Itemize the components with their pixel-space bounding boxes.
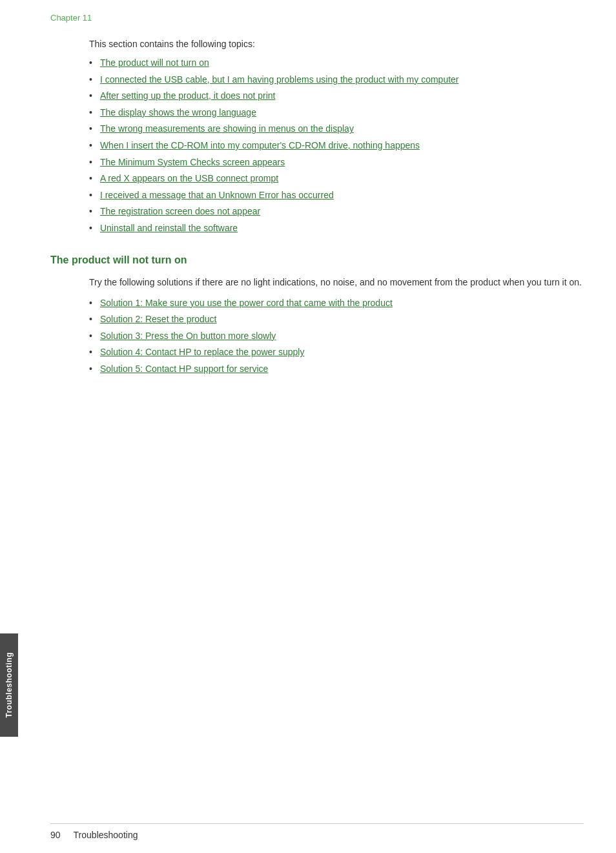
solution-list-item: Solution 2: Reset the product bbox=[89, 313, 584, 326]
solution-link[interactable]: Solution 5: Contact HP support for servi… bbox=[100, 363, 268, 376]
toc-list-item: After setting up the product, it does no… bbox=[89, 90, 584, 103]
solutions-list: Solution 1: Make sure you use the power … bbox=[89, 297, 584, 376]
footer-chapter-title: Troubleshooting bbox=[74, 830, 138, 840]
toc-link[interactable]: When I insert the CD-ROM into my compute… bbox=[100, 139, 420, 152]
section-product-wont-turn-on: The product will not turn on Try the fol… bbox=[50, 254, 584, 376]
toc-link[interactable]: The product will not turn on bbox=[100, 57, 209, 70]
toc-list-item: The Minimum System Checks screen appears bbox=[89, 156, 584, 169]
page-number: 90 bbox=[50, 830, 61, 840]
solution-list-item: Solution 5: Contact HP support for servi… bbox=[89, 363, 584, 376]
solution-link[interactable]: Solution 2: Reset the product bbox=[100, 313, 217, 326]
solution-list-item: Solution 4: Contact HP to replace the po… bbox=[89, 346, 584, 359]
main-content: Chapter 11 This section contains the fol… bbox=[18, 0, 616, 853]
toc-list-item: The wrong measurements are showing in me… bbox=[89, 123, 584, 136]
toc-list-item: I received a message that an Unknown Err… bbox=[89, 189, 584, 202]
toc-link[interactable]: A red X appears on the USB connect promp… bbox=[100, 172, 278, 185]
toc-list-item: I connected the USB cable, but I am havi… bbox=[89, 74, 584, 87]
footer-divider bbox=[50, 823, 584, 824]
intro-text: This section contains the following topi… bbox=[89, 39, 584, 49]
solution-link[interactable]: Solution 4: Contact HP to replace the po… bbox=[100, 346, 304, 359]
toc-link[interactable]: Uninstall and reinstall the software bbox=[100, 222, 238, 235]
toc-link[interactable]: The wrong measurements are showing in me… bbox=[100, 123, 354, 136]
toc-link[interactable]: The registration screen does not appear bbox=[100, 205, 260, 218]
section-desc-product-wont-turn-on: Try the following solutions if there are… bbox=[89, 276, 584, 289]
solution-link[interactable]: Solution 1: Make sure you use the power … bbox=[100, 297, 393, 310]
chapter-header: Chapter 11 bbox=[50, 13, 584, 23]
toc-link[interactable]: I received a message that an Unknown Err… bbox=[100, 189, 334, 202]
solution-list-item: Solution 1: Make sure you use the power … bbox=[89, 297, 584, 310]
section-heading-product-wont-turn-on: The product will not turn on bbox=[50, 254, 584, 266]
toc-link[interactable]: After setting up the product, it does no… bbox=[100, 90, 276, 103]
toc-link[interactable]: The Minimum System Checks screen appears bbox=[100, 156, 285, 169]
sidebar-tab: Troubleshooting bbox=[0, 633, 18, 737]
toc-list-item: A red X appears on the USB connect promp… bbox=[89, 172, 584, 185]
toc-list-item: The registration screen does not appear bbox=[89, 205, 584, 218]
toc-link[interactable]: The display shows the wrong language bbox=[100, 107, 256, 119]
solution-link[interactable]: Solution 3: Press the On button more slo… bbox=[100, 330, 276, 343]
sidebar-tab-label: Troubleshooting bbox=[5, 652, 14, 718]
toc-list-item: The product will not turn on bbox=[89, 57, 584, 70]
toc-list-item: The display shows the wrong language bbox=[89, 107, 584, 119]
solution-list-item: Solution 3: Press the On button more slo… bbox=[89, 330, 584, 343]
toc-list: The product will not turn onI connected … bbox=[89, 57, 584, 235]
toc-list-item: Uninstall and reinstall the software bbox=[89, 222, 584, 235]
page-footer: 90 Troubleshooting bbox=[18, 830, 616, 840]
toc-list-item: When I insert the CD-ROM into my compute… bbox=[89, 139, 584, 152]
toc-link[interactable]: I connected the USB cable, but I am havi… bbox=[100, 74, 459, 87]
